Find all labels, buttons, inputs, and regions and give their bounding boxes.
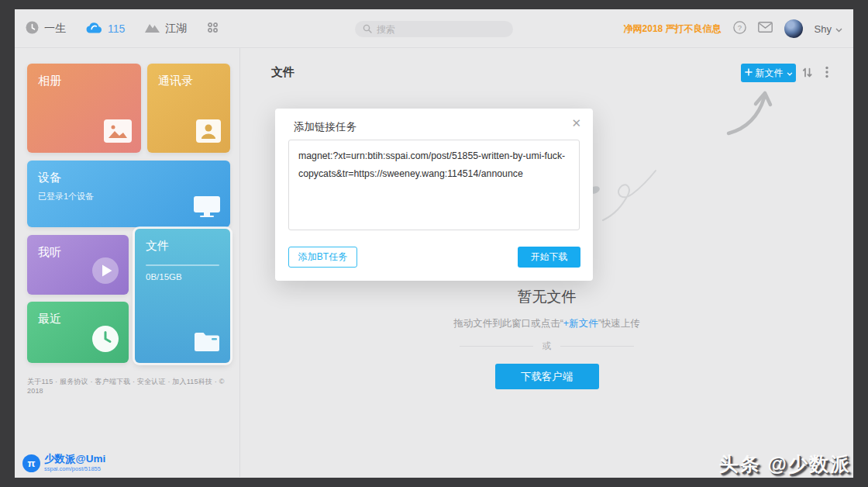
or-label: 或 bbox=[542, 340, 552, 352]
or-divider: 或 bbox=[240, 340, 853, 352]
empty-state: 暂无文件 拖动文件到此窗口或点击“+新文件”快速上传 或 下载客户端 bbox=[240, 287, 853, 389]
download-client-button[interactable]: 下载客户端 bbox=[495, 364, 599, 389]
devices-status: 已登录1个设备 bbox=[38, 191, 219, 202]
sidebar-footer-links[interactable]: 关于115 · 服务协议 · 客户端下载 · 安全认证 · 加入115科技 · … bbox=[27, 377, 233, 395]
monitor-icon bbox=[193, 195, 221, 219]
page-title: 文件 bbox=[271, 65, 294, 80]
person-icon bbox=[196, 119, 221, 145]
sidebar-tile-albums[interactable]: 相册 bbox=[27, 64, 141, 153]
add-link-task-modal: 添加链接任务 ✕ magnet:?xt=urn:btih:sspai.com/p… bbox=[275, 109, 593, 281]
recent-clock-icon bbox=[91, 325, 119, 355]
empty-title: 暂无文件 bbox=[240, 287, 853, 307]
nav-item-label: 115 bbox=[108, 22, 125, 35]
user-menu[interactable]: Shy bbox=[815, 23, 842, 35]
branding: π 少数派@Umi sspai.com/post/51855 bbox=[22, 454, 105, 472]
avatar[interactable] bbox=[784, 19, 803, 38]
divider-line bbox=[560, 346, 634, 347]
hint-new-file-link[interactable]: +新文件 bbox=[563, 318, 598, 329]
help-icon[interactable]: ? bbox=[733, 21, 746, 37]
top-navbar: 一生 115 江湖 净网2018 严打不良信息 bbox=[15, 9, 853, 48]
more-options-button[interactable] bbox=[824, 64, 830, 82]
sidebar-tile-contacts[interactable]: 通讯录 bbox=[147, 64, 230, 153]
hint-prefix: 拖动文件到此窗口或点击“ bbox=[453, 318, 563, 329]
app-window: 一生 115 江湖 净网2018 严打不良信息 bbox=[15, 9, 853, 478]
plus-icon bbox=[745, 67, 753, 78]
tile-label: 相册 bbox=[38, 74, 130, 88]
chevron-down-icon bbox=[835, 23, 842, 35]
play-icon bbox=[91, 257, 119, 287]
storage-quota: 0B/15GB bbox=[146, 272, 219, 281]
divider-line bbox=[460, 346, 533, 347]
navbar-right: 净网2018 严打不良信息 ? Shy bbox=[624, 9, 842, 48]
tile-label: 文件 bbox=[146, 239, 219, 254]
mountain-icon bbox=[145, 22, 160, 35]
search-input[interactable] bbox=[377, 24, 501, 35]
empty-hint: 拖动文件到此窗口或点击“+新文件”快速上传 bbox=[240, 317, 853, 330]
mail-icon[interactable] bbox=[758, 22, 773, 36]
grid-icon bbox=[207, 22, 219, 36]
sidebar-tile-listen[interactable]: 我听 bbox=[27, 235, 129, 295]
tile-label: 设备 bbox=[38, 171, 219, 185]
sspai-logo-icon: π bbox=[22, 454, 40, 472]
search-box[interactable] bbox=[355, 21, 513, 37]
sidebar-tile-recent[interactable]: 最近 bbox=[27, 302, 129, 363]
hint-suffix: ”快速上传 bbox=[598, 318, 640, 329]
main-panel: 文件 新文件 bbox=[240, 48, 853, 477]
folder-icon bbox=[193, 331, 221, 355]
quota-divider bbox=[146, 264, 219, 266]
nav-item-label: 一生 bbox=[44, 22, 66, 36]
modal-title: 添加链接任务 bbox=[294, 120, 356, 134]
tile-label: 通讯录 bbox=[158, 74, 219, 88]
username: Shy bbox=[815, 23, 832, 35]
sidebar-tile-devices[interactable]: 设备 已登录1个设备 bbox=[27, 161, 230, 227]
cloud-icon bbox=[86, 22, 102, 36]
sidebar: 相册 通讯录 设备 已登录1个设备 我听 bbox=[15, 48, 240, 477]
arrow-doodle-icon bbox=[722, 84, 778, 143]
sort-button[interactable] bbox=[800, 65, 815, 82]
chevron-down-icon bbox=[787, 67, 793, 78]
svg-text:?: ? bbox=[737, 23, 741, 32]
nav-item-jianghu[interactable]: 江湖 bbox=[145, 22, 187, 36]
search-icon bbox=[363, 22, 372, 36]
nav-item-label: 江湖 bbox=[165, 22, 187, 36]
new-file-label: 新文件 bbox=[756, 67, 784, 80]
nav-item-115[interactable]: 115 bbox=[86, 22, 125, 36]
watermark: 头条 @少数派 bbox=[719, 451, 851, 477]
close-icon[interactable]: ✕ bbox=[571, 116, 581, 130]
squiggle-doodle-icon bbox=[581, 157, 666, 233]
add-bt-task-button[interactable]: 添加BT任务 bbox=[288, 247, 357, 268]
photo-icon bbox=[104, 119, 132, 145]
new-file-button[interactable]: 新文件 bbox=[741, 64, 796, 82]
brand-name: 少数派@Umi bbox=[44, 454, 105, 465]
notice-banner: 净网2018 严打不良信息 bbox=[624, 22, 722, 36]
magnet-link-input[interactable]: magnet:?xt=urn:btih:sspai.com/post/51855… bbox=[288, 140, 580, 230]
clock-icon bbox=[26, 21, 39, 36]
start-download-button[interactable]: 开始下载 bbox=[518, 247, 580, 268]
sidebar-tile-files[interactable]: 文件 0B/15GB bbox=[135, 229, 230, 363]
brand-url: sspai.com/post/51855 bbox=[44, 465, 105, 472]
nav-item-life[interactable]: 一生 bbox=[26, 21, 66, 36]
apps-grid-button[interactable] bbox=[207, 22, 219, 36]
